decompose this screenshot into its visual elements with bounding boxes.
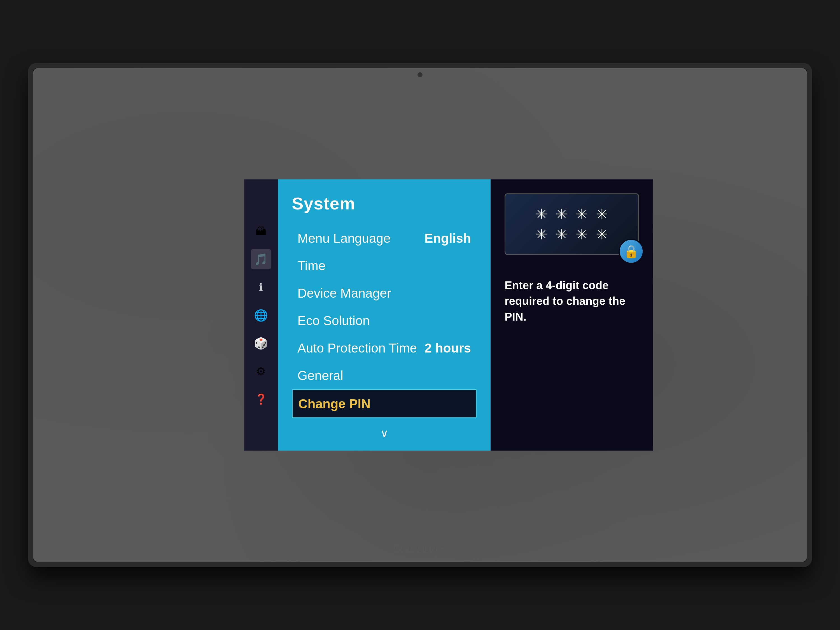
pin-dot-1-3: ✳: [576, 207, 588, 221]
sidebar-icon-apps[interactable]: 🎲: [251, 333, 271, 353]
sidebar-icon-info[interactable]: ℹ: [251, 277, 271, 297]
time-label: Time: [297, 258, 326, 273]
apps-icon: 🎲: [254, 337, 268, 349]
pin-description: Enter a 4-digit code required to change …: [502, 278, 642, 325]
scroll-down-indicator[interactable]: ∨: [292, 424, 477, 442]
eco-solution-label: Eco Solution: [297, 313, 369, 328]
auto-protection-label: Auto Protection Time: [297, 341, 417, 355]
camera: [417, 72, 423, 77]
main-menu: System Menu Language English Time Device…: [278, 180, 491, 451]
pin-dot-2-4: ✳: [596, 227, 608, 242]
pin-dots-row-2: ✳ ✳ ✳ ✳: [535, 227, 608, 242]
settings-icon: ⚙: [256, 365, 266, 377]
help-icon: ❓: [255, 394, 267, 404]
photos-icon: 🏔: [255, 226, 267, 237]
menu-item-general[interactable]: General: [292, 362, 477, 389]
tv-frame: 🏔 🎵 ℹ 🌐 🎲 ⚙ ❓: [28, 63, 812, 567]
menu-language-label: Menu Language: [297, 231, 391, 246]
pin-dot-2-2: ✳: [556, 227, 568, 242]
pin-dot-1-2: ✳: [556, 207, 568, 221]
menu-item-menu-language[interactable]: Menu Language English: [292, 224, 477, 252]
audio-icon: 🎵: [254, 253, 268, 265]
menu-item-time[interactable]: Time: [292, 252, 477, 279]
info-icon: ℹ: [259, 282, 263, 292]
menu-language-value: English: [425, 231, 471, 246]
lock-icon: 🔒: [624, 244, 639, 259]
general-label: General: [297, 368, 343, 383]
menu-items: Menu Language English Time Device Manage…: [292, 224, 477, 418]
menu-container: 🏔 🎵 ℹ 🌐 🎲 ⚙ ❓: [244, 180, 653, 451]
sidebar: 🏔 🎵 ℹ 🌐 🎲 ⚙ ❓: [244, 180, 278, 451]
device-manager-label: Device Manager: [297, 286, 391, 301]
menu-item-device-manager[interactable]: Device Manager: [292, 279, 477, 307]
menu-item-eco-solution[interactable]: Eco Solution: [292, 307, 477, 334]
auto-protection-value: 2 hours: [425, 341, 471, 355]
sidebar-icon-web[interactable]: 🌐: [251, 305, 271, 325]
pin-dot-1-4: ✳: [596, 207, 608, 221]
web-icon: 🌐: [254, 309, 268, 321]
lock-icon-badge: 🔒: [619, 239, 644, 264]
tv-screen: 🏔 🎵 ℹ 🌐 🎲 ⚙ ❓: [33, 68, 807, 562]
menu-title: System: [292, 193, 477, 213]
sidebar-icon-photos[interactable]: 🏔: [251, 221, 271, 241]
change-pin-label: Change PIN: [298, 396, 370, 411]
pin-dot-1-1: ✳: [535, 207, 548, 221]
sidebar-icon-settings[interactable]: ⚙: [251, 361, 271, 381]
pin-dot-2-1: ✳: [535, 227, 548, 242]
pin-display-box: ✳ ✳ ✳ ✳ ✳ ✳ ✳ ✳ 🔒: [505, 193, 639, 255]
sidebar-icon-help[interactable]: ❓: [251, 389, 271, 409]
brand-label: SAMSUNG: [394, 545, 446, 554]
pin-dot-2-3: ✳: [576, 227, 588, 242]
menu-item-auto-protection-time[interactable]: Auto Protection Time 2 hours: [292, 334, 477, 362]
menu-item-change-pin[interactable]: Change PIN: [292, 389, 477, 418]
sidebar-icon-audio[interactable]: 🎵: [251, 249, 271, 269]
info-panel: ✳ ✳ ✳ ✳ ✳ ✳ ✳ ✳ 🔒 Enter a 4-: [491, 180, 653, 451]
pin-dots-row-1: ✳ ✳ ✳ ✳: [535, 207, 608, 221]
